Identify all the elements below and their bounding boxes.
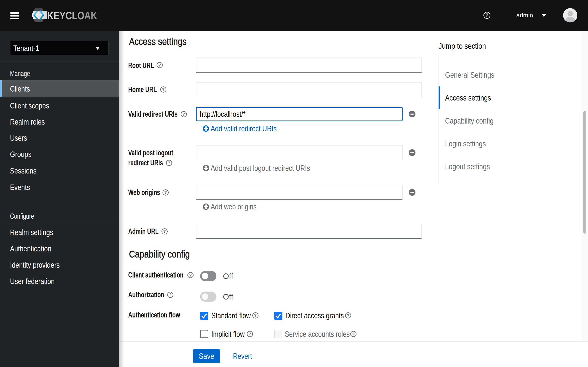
svg-text:KEYCLOAK: KEYCLOAK — [47, 9, 97, 22]
